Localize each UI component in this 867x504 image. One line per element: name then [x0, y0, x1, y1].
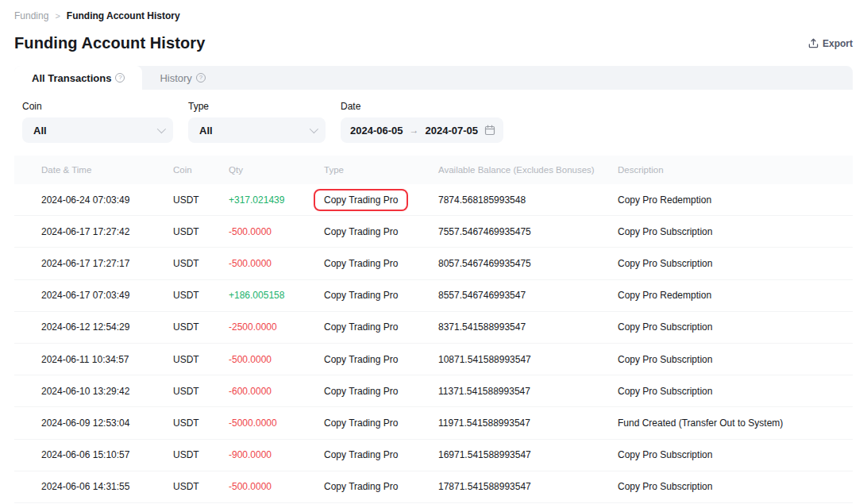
cell-type: Copy Trading Pro — [324, 481, 438, 492]
header-coin: Coin — [173, 165, 229, 175]
coin-select[interactable]: All — [22, 117, 173, 143]
date-range-arrow-icon: → — [410, 125, 419, 136]
cell-type: Copy Trading Pro — [324, 417, 438, 429]
transactions-table: Date & Time Coin Qty Type Available Bala… — [14, 156, 853, 503]
cell-balance: 11371.541588993547 — [438, 386, 618, 397]
type-filter-label: Type — [188, 101, 326, 112]
tab-history[interactable]: History — [142, 66, 222, 90]
cell-qty: -5000.0000 — [229, 417, 324, 429]
table-row: 2024-06-12 12:54:29USDT-2500.0000Copy Tr… — [14, 312, 853, 344]
cell-qty: -500.0000 — [229, 354, 324, 365]
breadcrumb: Funding > Funding Account History — [0, 0, 867, 21]
calendar-icon[interactable] — [484, 125, 495, 136]
cell-balance: 7874.568185993548 — [438, 194, 618, 206]
cell-description: Copy Pro Subscription — [618, 321, 853, 333]
cell-datetime: 2024-06-24 07:03:49 — [41, 194, 173, 206]
cell-qty: -500.0000 — [229, 481, 324, 492]
coin-select-value: All — [33, 125, 47, 137]
table-header-row: Date & Time Coin Qty Type Available Bala… — [14, 156, 853, 184]
help-icon[interactable] — [196, 73, 206, 83]
cell-datetime: 2024-06-06 14:31:55 — [41, 481, 173, 492]
cell-balance: 8371.541588993547 — [438, 321, 618, 333]
cell-description: Copy Pro Subscription — [618, 481, 853, 492]
cell-qty: -900.0000 — [229, 449, 324, 460]
cell-type: Copy Trading Pro — [324, 226, 438, 237]
cell-datetime: 2024-06-17 17:27:17 — [41, 258, 173, 269]
breadcrumb-separator-icon: > — [55, 11, 60, 21]
table-row: 2024-06-17 07:03:49USDT+186.005158Copy T… — [14, 280, 853, 312]
cell-datetime: 2024-06-11 10:34:57 — [41, 354, 173, 365]
table-body: 2024-06-24 07:03:49USDT+317.021439Copy T… — [14, 184, 853, 503]
cell-datetime: 2024-06-10 13:29:42 — [41, 386, 173, 397]
date-range-end[interactable]: 2024-07-05 — [426, 125, 479, 137]
page-title: Funding Account History — [14, 34, 205, 52]
cell-type: Copy Trading Pro — [324, 449, 438, 460]
highlight-box: Copy Trading Pro — [314, 189, 408, 211]
tab-all-transactions[interactable]: All Transactions — [14, 66, 142, 90]
header-qty: Qty — [229, 165, 324, 175]
cell-coin: USDT — [173, 321, 229, 333]
cell-qty: -500.0000 — [229, 226, 324, 237]
cell-type: Copy Trading Pro — [324, 189, 438, 211]
export-label: Export — [823, 38, 853, 49]
table-row: 2024-06-11 10:34:57USDT-500.0000Copy Tra… — [14, 344, 853, 375]
cell-coin: USDT — [173, 386, 229, 397]
cell-balance: 17871.541588993547 — [438, 481, 618, 492]
cell-qty: -500.0000 — [229, 258, 324, 269]
export-button[interactable]: Export — [808, 38, 853, 49]
tab-all-transactions-label: All Transactions — [32, 72, 111, 84]
filters: Coin All Type All Date 2024-06-05 → 2024… — [0, 90, 867, 143]
header-type: Type — [324, 165, 438, 175]
date-filter-label: Date — [341, 101, 503, 112]
tab-strip: All Transactions History — [14, 66, 853, 90]
chevron-down-icon — [310, 125, 318, 133]
breadcrumb-current: Funding Account History — [67, 10, 180, 21]
cell-datetime: 2024-06-17 07:03:49 — [41, 290, 173, 301]
table-row: 2024-06-06 15:10:57USDT-900.0000Copy Tra… — [14, 440, 853, 471]
cell-description: Copy Pro Subscription — [618, 226, 853, 237]
type-select-value: All — [199, 125, 213, 137]
cell-description: Copy Pro Subscription — [618, 386, 853, 397]
table-row: 2024-06-17 17:27:42USDT-500.0000Copy Tra… — [14, 216, 853, 248]
cell-type: Copy Trading Pro — [324, 258, 438, 269]
cell-description: Copy Pro Subscription — [618, 449, 853, 460]
title-row: Funding Account History Export — [0, 21, 867, 52]
cell-type: Copy Trading Pro — [324, 321, 438, 333]
header-description: Description — [618, 165, 853, 175]
date-range-start[interactable]: 2024-06-05 — [350, 125, 403, 137]
type-select[interactable]: All — [188, 117, 326, 143]
cell-datetime: 2024-06-06 15:10:57 — [41, 449, 173, 460]
breadcrumb-funding-link[interactable]: Funding — [14, 10, 48, 21]
cell-coin: USDT — [173, 417, 229, 429]
cell-balance: 16971.541588993547 — [438, 449, 618, 460]
table-row: 2024-06-17 17:27:17USDT-500.0000Copy Tra… — [14, 248, 853, 279]
cell-balance: 7557.5467469935475 — [438, 226, 618, 237]
cell-datetime: 2024-06-09 12:53:04 — [41, 417, 173, 429]
table-row: 2024-06-09 12:53:04USDT-5000.0000Copy Tr… — [14, 407, 853, 439]
export-icon — [808, 38, 819, 48]
type-filter: Type All — [188, 101, 326, 143]
coin-filter-label: Coin — [22, 101, 173, 112]
cell-type: Copy Trading Pro — [324, 354, 438, 365]
table-row: 2024-06-24 07:03:49USDT+317.021439Copy T… — [14, 184, 853, 216]
cell-datetime: 2024-06-12 12:54:29 — [41, 321, 173, 333]
tab-history-label: History — [160, 72, 191, 84]
date-filter: Date 2024-06-05 → 2024-07-05 — [341, 101, 503, 143]
cell-qty: +186.005158 — [229, 290, 324, 301]
cell-coin: USDT — [173, 354, 229, 365]
cell-balance: 8057.5467469935475 — [438, 258, 618, 269]
help-icon[interactable] — [115, 73, 125, 83]
table-row: 2024-06-06 14:31:55USDT-500.0000Copy Tra… — [14, 471, 853, 503]
cell-description: Copy Pro Redemption — [618, 194, 853, 206]
cell-description: Fund Created (Transfer Out to System) — [618, 417, 853, 429]
header-balance: Available Balance (Excludes Bonuses) — [438, 165, 618, 175]
date-range-picker[interactable]: 2024-06-05 → 2024-07-05 — [341, 117, 503, 143]
cell-description: Copy Pro Redemption — [618, 290, 853, 301]
cell-type: Copy Trading Pro — [324, 290, 438, 301]
cell-coin: USDT — [173, 226, 229, 237]
cell-qty: -600.0000 — [229, 386, 324, 397]
cell-type: Copy Trading Pro — [324, 386, 438, 397]
cell-coin: USDT — [173, 194, 229, 206]
header-datetime: Date & Time — [41, 165, 173, 175]
table-row: 2024-06-10 13:29:42USDT-600.0000Copy Tra… — [14, 375, 853, 407]
